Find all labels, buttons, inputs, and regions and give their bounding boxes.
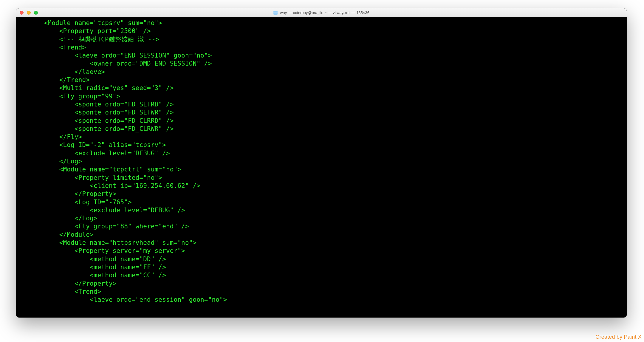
watermark: Created by Paint X (595, 334, 642, 340)
minimize-button[interactable] (27, 11, 31, 15)
terminal-viewport[interactable]: <Module name="tcpsrv" sum="no"> <Propert… (16, 17, 627, 318)
terminal-window: way — octerboy@ora_lin:~ — vi way.xml — … (16, 8, 627, 318)
titlebar: way — octerboy@ora_lin:~ — vi way.xml — … (16, 8, 627, 17)
zoom-button[interactable] (34, 11, 38, 15)
traffic-lights (20, 11, 38, 15)
close-button[interactable] (20, 11, 24, 15)
terminal-content: <Module name="tcpsrv" sum="no"> <Propert… (17, 19, 627, 304)
folder-icon (273, 11, 278, 15)
window-title-container: way — octerboy@ora_lin:~ — vi way.xml — … (273, 10, 369, 15)
window-title: way — octerboy@ora_lin:~ — vi way.xml — … (280, 10, 369, 15)
